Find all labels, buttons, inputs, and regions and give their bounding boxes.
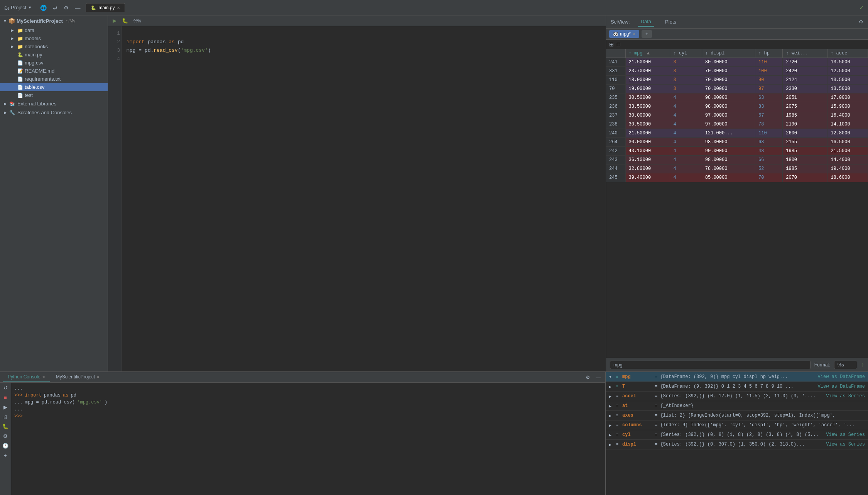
code-mpg-var: mpg: [127, 46, 135, 55]
sidebar-item-requirements[interactable]: 📄 requirements.txt: [0, 75, 108, 83]
th-cyl[interactable]: ↕ cyl: [670, 49, 702, 58]
var-desc: = {Series: (392,)} (0, 12.0) (1, 11.5) (…: [655, 393, 823, 399]
root-arrow: ▼: [3, 19, 7, 23]
column-filter-input[interactable]: [610, 361, 811, 369]
sidebar-item-readme[interactable]: 📝 README.md: [0, 67, 108, 75]
sidebar-item-models[interactable]: ▶ 📁 models: [0, 34, 108, 42]
data-table-container[interactable]: ↕ mpg ▲ ↕ cyl ↕ displ ↕ hp ↕ wei... ↕ ac…: [606, 49, 868, 358]
var-desc: = {_AtIndexer}: [655, 403, 865, 409]
rerun-icon[interactable]: ↺: [3, 384, 8, 392]
sciview-tab-plots[interactable]: Plots: [662, 17, 679, 26]
console-minus-icon[interactable]: —: [594, 374, 602, 381]
console-tab-close[interactable]: ✕: [42, 375, 45, 379]
tablecsv-file-icon: 📄: [17, 85, 23, 90]
tab-close-icon[interactable]: ✕: [117, 6, 120, 10]
th-hp[interactable]: ↕ hp: [755, 49, 783, 58]
sidebar-item-mainpy[interactable]: 🐍 main.py: [0, 51, 108, 59]
console-content: ↺ ■ ▶ 🖨 🐛 ⚙ 🕐 + ... >>> import pandas as: [0, 383, 605, 495]
debug-btn[interactable]: 🐛: [120, 17, 130, 24]
console-tab-python[interactable]: Python Console ✕: [3, 372, 50, 382]
sidebar-item-scratches[interactable]: ▶ 🔧 Scratches and Consoles: [0, 108, 108, 117]
stop-icon[interactable]: ■: [3, 394, 8, 401]
print-icon[interactable]: 🖨: [2, 413, 9, 420]
collapse-icon[interactable]: □: [617, 41, 620, 47]
sidebar-item-mpgcsv[interactable]: 📄 mpg.csv: [0, 59, 108, 67]
project-root[interactable]: ▼ 📦 MyScientificProject ~/My: [0, 15, 108, 26]
expand-icon[interactable]: ⊞: [609, 41, 614, 47]
var-item[interactable]: ▶ ≡ T = {DataFrame: (9, 392)} 0 1 2 3 4 …: [606, 382, 868, 392]
td-accel: 17.0000: [827, 93, 868, 102]
var-link[interactable]: View as Series: [826, 393, 865, 399]
var-item[interactable]: ▶ = accel = {Series: (392,)} (0, 12.0) (…: [606, 392, 868, 401]
th-weight[interactable]: ↕ wei...: [783, 49, 827, 58]
var-link[interactable]: View as Series: [826, 442, 865, 447]
td-displ: 98.00000: [702, 93, 755, 102]
td-mpg: 23.70000: [625, 67, 670, 76]
add-icon[interactable]: +: [3, 452, 8, 459]
df-tab-add[interactable]: +: [642, 30, 652, 38]
td-mpg: 43.10000: [625, 147, 670, 156]
var-item[interactable]: ▶ = cyl = {Series: (392,)} (0, 8) (1, 8)…: [606, 430, 868, 440]
dots1: ...: [14, 385, 23, 392]
settings2-icon[interactable]: ⚙: [2, 432, 8, 440]
sync-icon[interactable]: ⇄: [51, 4, 59, 12]
percent-btn[interactable]: %%: [132, 18, 143, 24]
th-idx[interactable]: [606, 49, 625, 58]
globe-icon[interactable]: 🌐: [39, 4, 48, 12]
var-type-icon: =: [616, 433, 621, 437]
td-accel: 12.5000: [827, 67, 868, 76]
main-py-tab[interactable]: 🐍 main.py ✕: [86, 3, 125, 12]
var-item[interactable]: ▼ ≡ mpg = {DataFrame: (392, 9)} mpg cyl …: [606, 372, 868, 382]
td-mpg: 21.50000: [625, 58, 670, 67]
df-tab-close[interactable]: ✕: [632, 32, 635, 36]
var-item[interactable]: ▶ = columns = {Index: 9} Index(['mpg', '…: [606, 420, 868, 430]
td-hp: 90: [755, 76, 783, 85]
sciview-gear-icon[interactable]: ⚙: [859, 19, 863, 25]
df-tab-mpg[interactable]: 🐼 mpg* ✕: [609, 30, 639, 38]
var-link[interactable]: View as DataFrame: [818, 384, 865, 389]
sidebar-item-test[interactable]: 📄 test: [0, 91, 108, 99]
td-idx: 241: [606, 58, 625, 67]
console-tab-project[interactable]: MyScientificProject ✕: [51, 372, 104, 382]
console-tab2-close[interactable]: ✕: [96, 375, 100, 379]
td-hp: 48: [755, 147, 783, 156]
settings-icon[interactable]: ⚙: [62, 4, 70, 12]
project-menu[interactable]: 🗂 Project ▼: [4, 5, 32, 11]
editor-toolbar: ▶ 🐛 %%: [108, 15, 606, 26]
table-footer: Format: ↑: [606, 358, 868, 371]
mpg-csv-str: 'mpg.csv': [77, 399, 102, 406]
th-accel[interactable]: ↕ acce: [827, 49, 868, 58]
df-tab-icon: 🐼: [613, 32, 618, 37]
sidebar-item-data[interactable]: ▶ 📁 data: [0, 26, 108, 34]
var-item[interactable]: ▶ = at = {_AtIndexer}: [606, 401, 868, 411]
dots3: ...: [14, 406, 23, 413]
var-link[interactable]: View as Series: [826, 432, 865, 437]
bug-icon[interactable]: 🐛: [2, 423, 9, 430]
var-type-icon: ≡: [616, 385, 621, 389]
sidebar-item-external-libraries[interactable]: ▶ 📚 External Libraries: [0, 99, 108, 108]
td-idx: 238: [606, 120, 625, 129]
line-numbers: 1 2 3 4: [108, 26, 122, 371]
minus-icon[interactable]: —: [73, 4, 82, 12]
td-hp: 68: [755, 138, 783, 147]
th-mpg[interactable]: ↕ mpg ▲: [625, 49, 670, 58]
format-input[interactable]: [834, 361, 857, 369]
th-displ[interactable]: ↕ displ: [702, 49, 755, 58]
run-btn[interactable]: ▶: [111, 17, 118, 24]
table-row: 70 19.00000 3 70.00000 97 2330 13.5000: [606, 85, 868, 93]
var-item[interactable]: ▶ = displ = {Series: (392,)} (0, 307.0) …: [606, 440, 868, 449]
var-link[interactable]: View as DataFrame: [818, 374, 865, 380]
td-mpg: 30.00000: [625, 138, 670, 147]
resume-icon[interactable]: ▶: [3, 403, 8, 411]
console-gear-icon[interactable]: ⚙: [584, 374, 592, 381]
var-item[interactable]: ▶ ≡ axes = {list: 2} [RangeIndex(start=0…: [606, 411, 868, 420]
prompt1: >>>: [14, 392, 23, 399]
td-cyl: 4: [670, 120, 702, 129]
sidebar-item-tablecsv[interactable]: 📄 table.csv: [0, 83, 108, 91]
top-bar-icons: 🌐 ⇄ ⚙ —: [39, 4, 82, 12]
table-row: 264 30.00000 4 98.00000 68 2155 16.5000: [606, 138, 868, 147]
sciview-tab-data[interactable]: Data: [638, 17, 654, 27]
sidebar-item-notebooks[interactable]: ▶ 📁 notebooks: [0, 42, 108, 51]
code-editor[interactable]: import pandas as pd mpg = pd.read_csv('m…: [122, 26, 606, 371]
clock-icon[interactable]: 🕐: [2, 442, 9, 449]
